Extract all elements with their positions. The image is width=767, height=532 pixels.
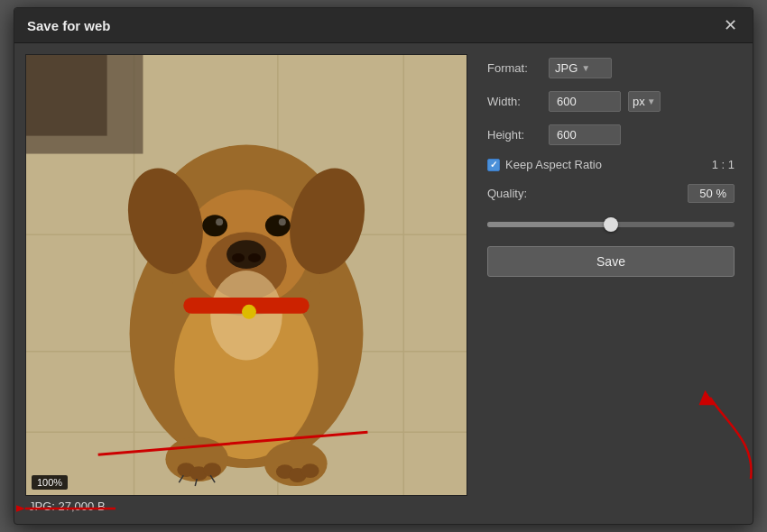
svg-point-19 [202,215,227,236]
dog-image [26,55,467,495]
quality-row: Quality: 50 % [487,184,735,203]
image-canvas: 100% [25,54,467,496]
unit-select[interactable]: px ▼ [628,91,661,112]
save-arrow [701,380,767,488]
width-row: Width: px ▼ [487,91,735,112]
format-label: Format: [487,61,541,75]
height-row: Height: [487,124,735,145]
dog-svg [26,55,467,495]
aspect-ratio-value: 1 : 1 [712,158,735,171]
svg-point-22 [279,218,286,225]
slider-fill [487,222,611,227]
save-for-web-dialog: Save for web ✕ [14,7,753,525]
height-input[interactable] [549,124,621,145]
svg-point-25 [242,305,256,319]
keep-aspect-label: Keep Aspect Ratio [505,158,602,171]
svg-point-16 [226,240,266,269]
slider-track [487,222,735,227]
format-value: JPG [555,61,578,75]
dialog-title: Save for web [27,18,111,33]
zoom-badge: 100% [32,475,68,490]
chevron-down-icon: ▼ [581,63,590,73]
save-button[interactable]: Save [487,246,735,277]
quality-value: 50 % [688,184,735,203]
aspect-ratio-row: ✓ Keep Aspect Ratio 1 : 1 [487,158,735,171]
format-row: Format: JPG ▼ [487,58,735,78]
controls-panel: Format: JPG ▼ Width: px ▼ Height: [480,54,742,513]
dialog-body: 100% JPG: 27,000 B [14,43,753,524]
image-panel: 100% JPG: 27,000 B [25,54,467,513]
unit-value: px [633,95,645,108]
quality-slider-container [487,216,735,234]
keep-aspect-checkbox[interactable]: ✓ [487,159,500,171]
checkbox-check-icon: ✓ [490,160,497,170]
height-label: Height: [487,128,541,142]
svg-point-18 [248,253,261,262]
width-label: Width: [487,95,541,108]
svg-point-30 [203,463,221,477]
format-select[interactable]: JPG ▼ [549,58,612,78]
svg-point-21 [216,218,223,225]
slider-thumb[interactable] [604,217,618,232]
svg-point-17 [232,253,245,262]
svg-point-20 [265,215,291,236]
file-info: JPG: 27,000 B [29,500,106,513]
quality-label: Quality: [487,187,680,200]
width-input[interactable] [549,91,621,112]
svg-rect-8 [26,55,107,136]
svg-point-33 [301,463,319,478]
close-button[interactable]: ✕ [720,15,740,35]
unit-chevron-icon: ▼ [647,96,656,106]
dialog-titlebar: Save for web ✕ [14,8,753,43]
